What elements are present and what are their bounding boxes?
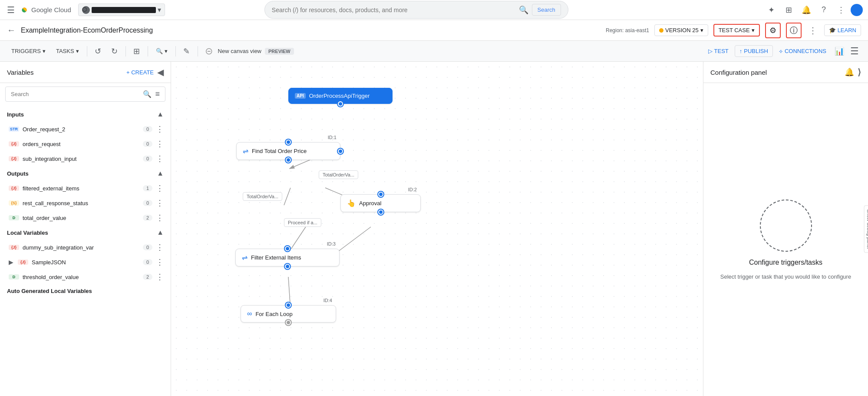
- user-avatar[interactable]: [851, 4, 863, 16]
- node-connector-bottom: [285, 264, 290, 269]
- toolbar-separator-4: [175, 46, 176, 57]
- variable-item-filtered-external-items[interactable]: {J} filtered_external_items 1 ⋮: [0, 181, 171, 196]
- configuration-panel: Configuration panel 🔔 ⟩ Configure trigge…: [703, 62, 868, 396]
- search-input[interactable]: [272, 7, 515, 13]
- help-icon-btn[interactable]: ?: [816, 2, 832, 18]
- learn-label: LEARN: [838, 27, 856, 33]
- sidebar-title: Variables: [7, 69, 33, 76]
- project-name: [92, 7, 156, 13]
- variable-item-rest-call-response-status[interactable]: {S} rest_call_response_status 0 ⋮: [0, 196, 171, 210]
- redo-button[interactable]: ↻: [107, 44, 122, 59]
- connections-button[interactable]: ⟡ CONNECTIONS: [775, 46, 831, 57]
- region-info: Region: asia-east1: [606, 27, 649, 33]
- var-more-icon[interactable]: ⋮: [156, 183, 164, 193]
- tasks-label: TASKS: [56, 48, 74, 54]
- var-more-icon[interactable]: ⋮: [156, 257, 164, 267]
- more-options-icon-btn[interactable]: ⋮: [833, 2, 849, 18]
- toolbar-separator-2: [125, 46, 126, 57]
- task-node-approval[interactable]: ID:2 👆 Approval: [340, 194, 421, 212]
- task-node-filter-external-items[interactable]: ID:3 ⇌ Filter External Items: [235, 249, 340, 266]
- version-button[interactable]: VERSION 25 ▾: [654, 24, 708, 36]
- undo-button[interactable]: ↺: [91, 44, 106, 59]
- apps-icon-btn[interactable]: ⊞: [781, 2, 797, 18]
- task-node-find-total-order-price[interactable]: ID:1 ⇌ Find Total Order Price: [236, 142, 340, 160]
- zoom-button[interactable]: 🔍 ▾: [152, 46, 172, 57]
- node-connector-top: [286, 140, 291, 145]
- variable-item-sub-integration-input[interactable]: {J} sub_integration_input 0 ⋮: [0, 151, 171, 166]
- var-more-icon[interactable]: ⋮: [156, 243, 164, 252]
- variables-search-input[interactable]: [11, 91, 139, 97]
- outputs-collapse-icon: ▲: [157, 170, 164, 177]
- task-node-for-each-loop[interactable]: ID:4 ∞ For Each Loop: [241, 305, 336, 323]
- auto-generated-section-header[interactable]: Auto Generated Local Variables: [0, 284, 171, 298]
- var-name: filtered_external_items: [23, 185, 139, 192]
- back-button[interactable]: ←: [7, 25, 16, 35]
- search-button[interactable]: Search: [532, 4, 561, 16]
- outputs-section-header[interactable]: Outputs ▲: [0, 166, 171, 181]
- test-button[interactable]: ▷ TEST: [704, 46, 733, 57]
- task-node-find-total-price-label: Find Total Order Price: [252, 148, 307, 154]
- variable-item-orders-request[interactable]: {J} orders_request 0 ⋮: [0, 136, 171, 151]
- project-selector[interactable]: ⬡ ▾: [78, 3, 165, 16]
- var-name: sub_integration_input: [23, 156, 139, 162]
- menu-button[interactable]: ☰: [848, 43, 861, 59]
- var-name: orders_request: [23, 141, 139, 147]
- variables-search-box[interactable]: 🔍 ≡: [5, 87, 165, 102]
- node-connector-top: [286, 303, 291, 308]
- var-type-badge: {J}: [18, 260, 28, 265]
- variable-item-sample-json[interactable]: ▶ {J} SampleJSON 0 ⋮: [0, 255, 171, 270]
- variable-item-threshold-order-value[interactable]: D threshold_order_value 2 ⋮: [0, 270, 171, 284]
- second-bar: ← ExampleIntegration-EcomOrderProcessing…: [0, 20, 868, 41]
- pencil-button[interactable]: ✎: [179, 44, 194, 59]
- local-variables-section-header[interactable]: Local Variables ▲: [0, 225, 171, 240]
- inputs-section-header[interactable]: Inputs ▲: [0, 107, 171, 122]
- var-more-icon[interactable]: ⋮: [156, 272, 164, 282]
- show-debug-panel-button[interactable]: Show debug panel: [864, 205, 868, 253]
- main-content: Variables + CREATE ◀ 🔍 ≡ Inputs ▲ STR Or…: [0, 62, 868, 396]
- triggers-button[interactable]: TRIGGERS ▾: [7, 46, 50, 57]
- nav-right-actions: ✦ ⊞ 🔔 ? ⋮: [764, 2, 863, 18]
- inputs-section-title: Inputs: [7, 111, 24, 118]
- triggers-chevron-icon: ▾: [43, 48, 46, 54]
- integration-title: ExampleIntegration-EcomOrderProcessing: [21, 27, 601, 34]
- flow-canvas-area[interactable]: API OrderProcessApiTrigger ID:1 ⇌ Find T…: [171, 62, 703, 396]
- approval-icon: 👆: [347, 199, 356, 207]
- chevron-down-icon: ▾: [158, 6, 161, 14]
- create-variable-button[interactable]: + CREATE: [126, 69, 154, 76]
- layout-button[interactable]: ⊞: [129, 44, 144, 59]
- test-case-button[interactable]: TEST CASE ▾: [713, 24, 760, 37]
- svg-line-3: [336, 227, 371, 253]
- filter-icon[interactable]: ≡: [155, 90, 160, 99]
- var-more-icon[interactable]: ⋮: [156, 154, 164, 163]
- more-vertical-button[interactable]: ⋮: [807, 23, 819, 37]
- learn-icon: 🎓: [829, 27, 836, 33]
- search-label: Search: [538, 7, 555, 13]
- notifications-icon-btn[interactable]: 🔔: [799, 2, 814, 18]
- learn-button[interactable]: 🎓 LEARN: [824, 24, 861, 36]
- panel-expand-icon[interactable]: ⟩: [858, 67, 861, 77]
- var-count: 2: [143, 274, 152, 280]
- publish-button[interactable]: ↑ PUBLISH: [735, 45, 773, 57]
- expand-icon[interactable]: ▶: [9, 259, 13, 266]
- variables-sidebar: Variables + CREATE ◀ 🔍 ≡ Inputs ▲ STR Or…: [0, 62, 171, 396]
- gemini-icon-btn[interactable]: ✦: [764, 2, 779, 18]
- info-button[interactable]: ⓘ: [786, 23, 802, 38]
- svg-line-2: [284, 188, 290, 205]
- settings-button[interactable]: ⚙: [765, 23, 781, 38]
- variable-item-dummy-sub[interactable]: {J} dummy_sub_integration_var 0 ⋮: [0, 240, 171, 255]
- panel-bell-icon[interactable]: 🔔: [845, 67, 854, 77]
- chart-button[interactable]: 📊: [832, 44, 846, 58]
- var-more-icon[interactable]: ⋮: [156, 213, 164, 223]
- var-more-icon[interactable]: ⋮: [156, 198, 164, 208]
- panel-title: Configuration panel: [710, 69, 767, 76]
- var-more-icon[interactable]: ⋮: [156, 139, 164, 149]
- tasks-button[interactable]: TASKS ▾: [52, 46, 83, 57]
- var-more-icon[interactable]: ⋮: [156, 124, 164, 134]
- global-search-bar[interactable]: 🔍 Search: [264, 1, 568, 19]
- hamburger-menu[interactable]: ☰: [5, 3, 17, 17]
- variable-item-order-request-2[interactable]: STR Order_request_2 0 ⋮: [0, 122, 171, 136]
- trigger-node-order-process[interactable]: API OrderProcessApiTrigger: [288, 88, 393, 104]
- variable-item-total-order-value[interactable]: D total_order_value 2 ⋮: [0, 210, 171, 225]
- collapse-sidebar-button[interactable]: ◀: [157, 67, 164, 77]
- publish-upload-icon: ↑: [739, 48, 743, 54]
